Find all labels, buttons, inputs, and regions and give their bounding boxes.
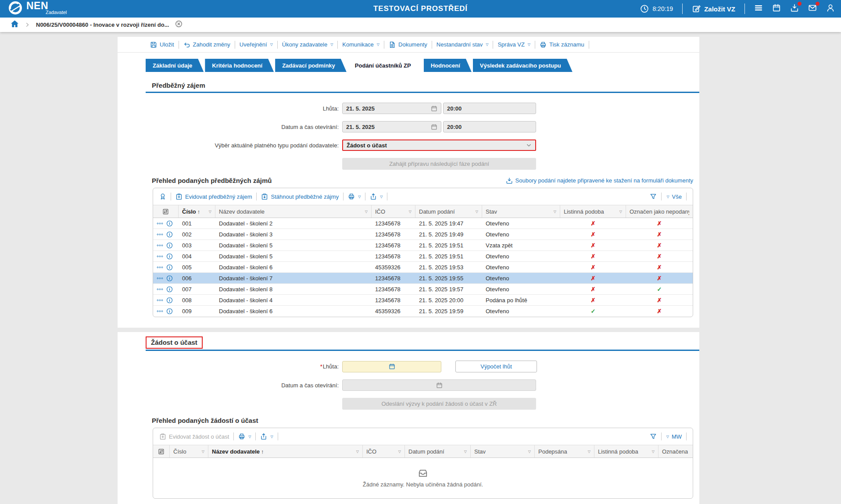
menu-button[interactable] <box>754 4 763 14</box>
toolbar-item-6[interactable]: Nestandardní stav▽ <box>437 41 489 48</box>
toolbar-item-0[interactable]: Uložit <box>150 41 174 48</box>
tab-0[interactable]: Základní údaje <box>146 59 204 72</box>
column-header[interactable]: Datum podání▽ <box>405 445 471 458</box>
toolbar-item-5[interactable]: Dokumenty <box>389 41 427 48</box>
column-header[interactable]: Stav▽ <box>482 205 560 218</box>
more-actions-icon[interactable] <box>157 277 163 280</box>
home-button[interactable] <box>11 20 19 30</box>
table-row-005[interactable]: 005Dodavatel - školení 64535932621. 5. 2… <box>153 262 693 273</box>
vypocet-lhut-button[interactable]: Výpočet lhůt <box>455 361 537 372</box>
column-filter-icon[interactable]: ▽ <box>462 450 467 454</box>
column-filter-icon[interactable]: ▽ <box>650 450 655 454</box>
table-row-002[interactable]: 002Dodavatel - školení 31234567821. 5. 2… <box>153 229 693 240</box>
column-header[interactable]: Označen jako nepodaný <box>626 205 693 218</box>
stahnout-zajmy-button[interactable]: Stáhnout předběžné zájmy <box>261 193 339 200</box>
calendar-button[interactable] <box>772 4 781 14</box>
info-icon[interactable] <box>166 286 173 293</box>
profile-button[interactable] <box>826 4 835 14</box>
messages-button[interactable] <box>808 4 817 14</box>
column-header[interactable]: Listinná podoba▽ <box>560 205 626 218</box>
info-icon[interactable] <box>166 297 173 304</box>
table-row-008[interactable]: 008Dodavatel - školení 41234567821. 5. 2… <box>153 295 693 306</box>
next-phase-button[interactable]: Zahájit přípravu následující fáze podání <box>342 158 536 170</box>
toolbar-item-1[interactable]: Zahodit změny <box>183 41 230 48</box>
column-filter-icon[interactable]: ▽ <box>586 450 590 454</box>
column-settings-cell[interactable] <box>153 205 179 218</box>
create-vz-button[interactable]: Založit VZ <box>692 4 735 13</box>
column-header[interactable]: Podepsána▽ <box>535 445 594 458</box>
files-download-link[interactable]: Soubory podání najdete připravené ke sta… <box>506 177 693 184</box>
column-filter-icon[interactable]: ▽ <box>407 210 412 214</box>
table-row-006[interactable]: 006Dodavatel - školení 71234567821. 5. 2… <box>153 273 693 284</box>
table-row-009[interactable]: 009Dodavatel - školení 64535932621. 5. 2… <box>153 306 693 317</box>
evidovat-zadost-button[interactable]: Evidovat žádost o účast <box>159 433 229 440</box>
otevirani-date-input[interactable]: 21. 5. 2025 <box>342 121 441 132</box>
more-actions-icon[interactable] <box>157 222 163 225</box>
info-icon[interactable] <box>166 220 173 227</box>
info-icon[interactable] <box>166 231 173 238</box>
info-icon[interactable] <box>166 308 173 315</box>
calendar-icon[interactable] <box>431 105 437 112</box>
open-submissions-button[interactable] <box>159 193 166 200</box>
column-header[interactable]: IČO▽ <box>372 205 415 218</box>
column-header[interactable]: Název dodavatele↑▽ <box>208 445 363 458</box>
typ-podani-select[interactable]: Žádost o účast <box>342 139 536 151</box>
more-actions-icon[interactable] <box>157 299 163 302</box>
tab-3[interactable]: Podání účastníků ZP <box>348 59 422 72</box>
filter-button[interactable] <box>650 433 657 440</box>
more-actions-icon[interactable] <box>157 288 163 291</box>
column-header[interactable]: Označena <box>658 445 693 458</box>
info-icon[interactable] <box>166 275 173 282</box>
column-filter-icon[interactable]: ▽ <box>552 210 556 214</box>
column-filter-icon[interactable]: ▽ <box>474 210 478 214</box>
column-header[interactable]: Název dodavatele▽ <box>215 205 372 218</box>
table-row-003[interactable]: 003Dodavatel - školení 51234567821. 5. 2… <box>153 240 693 251</box>
more-actions-icon[interactable] <box>157 244 163 247</box>
evidovat-zajem-button[interactable]: Evidovat předběžný zájem <box>175 193 252 200</box>
more-actions-icon[interactable] <box>157 233 163 236</box>
toolbar-item-7[interactable]: Správa VZ▽ <box>497 41 530 48</box>
more-actions-icon[interactable] <box>157 310 163 313</box>
view-mw-button[interactable]: ▽MW <box>666 433 682 440</box>
tab-2[interactable]: Zadávací podmínky <box>275 59 347 72</box>
column-filter-icon[interactable]: ▽ <box>207 210 211 214</box>
print-table-button[interactable]: ▽ <box>238 433 251 440</box>
more-actions-icon[interactable] <box>157 266 163 269</box>
export-table-button[interactable]: ▽ <box>260 433 273 440</box>
column-header[interactable]: Listinná podoba▽ <box>594 445 658 458</box>
calendar-icon[interactable] <box>431 124 437 130</box>
print-table-button[interactable]: ▽ <box>348 193 361 200</box>
column-filter-icon[interactable]: ▽ <box>363 210 368 214</box>
tab-4[interactable]: Hodnocení <box>424 59 472 72</box>
more-actions-icon[interactable] <box>157 255 163 258</box>
column-header[interactable]: Číslo↑▽ <box>179 205 215 218</box>
filter-button[interactable] <box>650 193 657 200</box>
info-icon[interactable] <box>166 264 173 271</box>
table-row-007[interactable]: 007Dodavatel - školení 81234567821. 5. 2… <box>153 284 693 295</box>
column-filter-icon[interactable]: ▽ <box>354 450 359 454</box>
export-table-button[interactable]: ▽ <box>370 193 383 200</box>
column-filter-icon[interactable]: ▽ <box>200 450 204 454</box>
column-header[interactable]: IČO▽ <box>363 445 405 458</box>
tab-5[interactable]: Výsledek zadávacího postupu <box>473 59 573 72</box>
column-filter-icon[interactable]: ▽ <box>526 450 531 454</box>
column-header[interactable]: Stav▽ <box>471 445 535 458</box>
toolbar-item-3[interactable]: Úkony zadavatele▽ <box>282 41 333 48</box>
downloads-button[interactable] <box>790 4 799 14</box>
column-filter-icon[interactable]: ▽ <box>618 210 622 214</box>
lhuta-time-input[interactable]: 20:00 <box>443 103 536 114</box>
table-row-001[interactable]: 001Dodavatel - školení 21234567821. 5. 2… <box>153 218 693 229</box>
column-header[interactable]: Číslo▽ <box>170 445 208 458</box>
otevirani-time-input[interactable]: 20:00 <box>443 121 536 132</box>
view-all-button[interactable]: ▽Vše <box>666 193 682 200</box>
breadcrumb-item[interactable]: N006/25/V00004860 - Inovace v rozvoji ří… <box>36 21 169 28</box>
lhuta2-date-input[interactable] <box>342 361 441 372</box>
lhuta-date-input[interactable]: 21. 5. 2025 <box>342 103 441 114</box>
toolbar-item-4[interactable]: Komunikace▽ <box>342 41 379 48</box>
close-tab-button[interactable] <box>175 20 183 29</box>
toolbar-item-2[interactable]: Uveřejnění▽ <box>240 41 273 48</box>
calendar-icon[interactable] <box>389 363 395 370</box>
table-row-004[interactable]: 004Dodavatel - školení 51234567821. 5. 2… <box>153 251 693 262</box>
column-header[interactable]: Datum podání▽ <box>415 205 482 218</box>
tab-1[interactable]: Kritéria hodnocení <box>205 59 274 72</box>
